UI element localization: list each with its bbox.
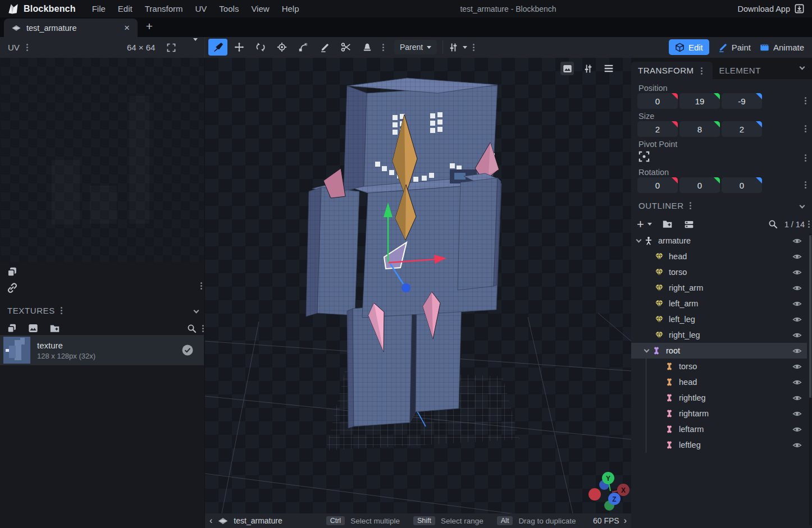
visibility-eye-icon[interactable]: [792, 393, 802, 403]
status-prev-icon[interactable]: ‹: [205, 516, 217, 526]
outliner-row-bone[interactable]: leftarm: [631, 421, 807, 437]
visibility-eye-icon[interactable]: [792, 362, 802, 371]
slider-caret-icon[interactable]: [463, 46, 467, 51]
add-element-caret-icon[interactable]: [647, 223, 652, 228]
rotation-x-input[interactable]: 0: [637, 177, 678, 193]
toolbar-kebab2-icon[interactable]: [473, 44, 475, 45]
move-tool-button[interactable]: [230, 39, 249, 56]
rotate-tool-button[interactable]: [251, 39, 270, 56]
background-image-button[interactable]: [560, 62, 574, 75]
outliner-row-bone[interactable]: head: [631, 374, 807, 390]
status-next-icon[interactable]: ›: [619, 516, 631, 526]
menu-uv[interactable]: UV: [189, 0, 213, 17]
size-kebab-icon[interactable]: [805, 125, 806, 127]
project-tab[interactable]: test_armature ×: [4, 19, 138, 37]
menu-tools[interactable]: Tools: [213, 0, 245, 17]
stamp-tool-button[interactable]: [358, 39, 377, 56]
viewport-sliders-button[interactable]: [581, 62, 595, 75]
slider-settings-button[interactable]: [449, 43, 458, 52]
toolbar-kebab-icon[interactable]: [382, 44, 384, 45]
outliner-row-armature[interactable]: armature: [631, 233, 807, 249]
textures-toolbar-kebab-icon[interactable]: [202, 325, 204, 327]
outliner-row-mesh[interactable]: torso: [631, 264, 807, 280]
outliner-row-mesh[interactable]: right_leg: [631, 327, 807, 343]
outliner-row-root-selected[interactable]: root: [631, 343, 807, 359]
panel-collapse-icon[interactable]: [800, 65, 805, 70]
outliner-scrollbar-thumb[interactable]: [809, 235, 811, 398]
uv-canvas[interactable]: [1, 58, 204, 262]
rotation-z-input[interactable]: 0: [722, 177, 762, 193]
position-x-input[interactable]: 0: [637, 93, 678, 109]
link-icon[interactable]: [7, 283, 17, 293]
new-tab-button[interactable]: +: [142, 20, 157, 33]
menu-view[interactable]: View: [245, 0, 275, 17]
import-texture-button[interactable]: [28, 323, 38, 333]
position-y-input[interactable]: 19: [679, 93, 720, 109]
create-texture-button[interactable]: [7, 323, 17, 333]
visibility-eye-icon[interactable]: [792, 283, 802, 293]
menu-transform[interactable]: Transform: [139, 0, 189, 17]
textures-collapse-icon[interactable]: [194, 307, 199, 313]
visibility-eye-icon[interactable]: [792, 236, 802, 246]
tab-close-icon[interactable]: ×: [122, 22, 132, 34]
app-brand[interactable]: Blockbench: [0, 2, 76, 15]
rotation-kebab-icon[interactable]: [805, 181, 806, 183]
size-z-input[interactable]: 2: [722, 121, 762, 137]
visibility-eye-icon[interactable]: [792, 346, 802, 356]
visibility-eye-icon[interactable]: [792, 425, 802, 434]
visibility-eye-icon[interactable]: [792, 409, 802, 419]
size-y-input[interactable]: 8: [679, 121, 720, 137]
visibility-eye-icon[interactable]: [792, 378, 802, 387]
add-element-button[interactable]: +: [637, 219, 644, 230]
mode-paint-button[interactable]: Paint: [718, 39, 751, 55]
textures-kebab-icon[interactable]: [61, 307, 62, 309]
visibility-eye-icon[interactable]: [792, 268, 802, 277]
uv-menu-kebab-icon[interactable]: [26, 44, 28, 45]
expand-icon[interactable]: [644, 347, 650, 352]
toggle-panels-button[interactable]: [684, 219, 694, 229]
texture-folder-button[interactable]: [49, 323, 60, 334]
visibility-eye-icon[interactable]: [792, 315, 802, 324]
outliner-search-button[interactable]: [768, 219, 778, 229]
menu-file[interactable]: File: [86, 0, 112, 17]
position-z-input[interactable]: -9: [722, 93, 762, 109]
outliner-row-mesh[interactable]: right_arm: [631, 280, 807, 296]
rotation-y-input[interactable]: 0: [679, 177, 720, 193]
transform-kebab-icon[interactable]: [701, 67, 702, 69]
menu-edit[interactable]: Edit: [112, 0, 139, 17]
pivot-tool-button[interactable]: [272, 39, 291, 56]
select-tool-button[interactable]: [208, 39, 227, 56]
cut-tool-button[interactable]: [336, 39, 355, 56]
viewport-menu-button[interactable]: [602, 62, 615, 75]
texture-search-button[interactable]: [187, 324, 197, 333]
mode-edit-button[interactable]: Edit: [669, 39, 709, 55]
menu-help[interactable]: Help: [276, 0, 305, 17]
outliner-row-mesh[interactable]: left_leg: [631, 311, 807, 327]
download-app-button[interactable]: Download App: [737, 0, 804, 17]
position-kebab-icon[interactable]: [805, 97, 806, 99]
vertex-snap-tool-button[interactable]: [294, 39, 313, 56]
visibility-eye-icon[interactable]: [792, 252, 802, 261]
outliner-row-mesh[interactable]: left_arm: [631, 296, 807, 311]
mode-animate-button[interactable]: Animate: [760, 39, 804, 55]
uv-fullscreen-button[interactable]: [167, 43, 176, 52]
outliner-row-bone[interactable]: rightarm: [631, 406, 807, 421]
size-x-input[interactable]: 2: [637, 121, 678, 137]
visibility-eye-icon[interactable]: [792, 440, 802, 450]
parent-dropdown[interactable]: Parent: [394, 40, 437, 54]
texture-list-item[interactable]: texture 128 x 128px (32x): [0, 335, 204, 365]
uv-side-kebab-icon[interactable]: [200, 282, 202, 284]
tab-element[interactable]: ELEMENT: [713, 62, 768, 79]
outliner-row-bone[interactable]: rightleg: [631, 390, 807, 406]
outliner-kebab-icon[interactable]: [690, 202, 691, 204]
viewport-3d[interactable]: Y X Z: [205, 58, 631, 513]
expand-icon[interactable]: [636, 237, 642, 242]
pivot-kebab-icon[interactable]: [805, 154, 806, 156]
outliner-row-mesh[interactable]: head: [631, 249, 807, 264]
outliner-row-bone[interactable]: torso: [631, 359, 807, 374]
visibility-eye-icon[interactable]: [792, 330, 802, 340]
outliner-collapse-icon[interactable]: [800, 203, 805, 209]
tab-transform[interactable]: TRANSFORM: [631, 62, 713, 79]
brush-tool-button[interactable]: [315, 39, 334, 56]
copy-icon[interactable]: [7, 267, 17, 277]
